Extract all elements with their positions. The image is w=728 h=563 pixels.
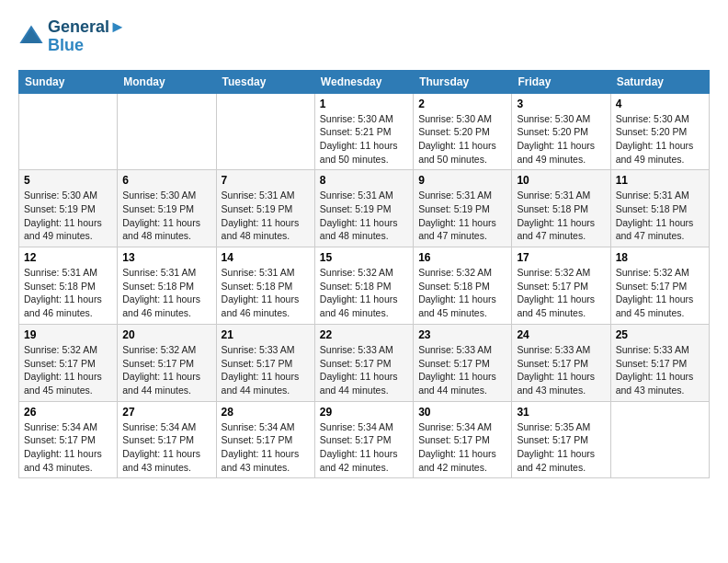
day-number: 13: [122, 251, 210, 264]
calendar-cell: 16Sunrise: 5:32 AMSunset: 5:18 PMDayligh…: [414, 247, 512, 325]
day-number: 28: [222, 406, 310, 419]
day-number: 30: [418, 406, 506, 419]
logo: General► Blue: [18, 18, 126, 55]
day-number: 14: [222, 251, 310, 264]
day-number: 24: [517, 328, 605, 341]
calendar-cell: [216, 93, 314, 170]
calendar-week-1: 1Sunrise: 5:30 AMSunset: 5:21 PMDaylight…: [19, 93, 710, 170]
calendar-cell: 15Sunrise: 5:32 AMSunset: 5:18 PMDayligh…: [314, 247, 413, 325]
day-number: 15: [320, 251, 408, 264]
day-info: Sunrise: 5:30 AMSunset: 5:19 PMDaylight:…: [24, 189, 112, 243]
logo-text: General► Blue: [48, 18, 126, 55]
day-info: Sunrise: 5:33 AMSunset: 5:17 PMDaylight:…: [222, 343, 310, 397]
day-info: Sunrise: 5:31 AMSunset: 5:18 PMDaylight:…: [122, 266, 210, 320]
calendar-cell: 18Sunrise: 5:32 AMSunset: 5:17 PMDayligh…: [610, 247, 709, 325]
calendar-cell: 19Sunrise: 5:32 AMSunset: 5:17 PMDayligh…: [19, 324, 118, 401]
day-info: Sunrise: 5:34 AMSunset: 5:17 PMDaylight:…: [122, 420, 210, 475]
calendar-week-2: 5Sunrise: 5:30 AMSunset: 5:19 PMDaylight…: [19, 170, 710, 247]
day-info: Sunrise: 5:32 AMSunset: 5:18 PMDaylight:…: [418, 266, 506, 320]
day-number: 25: [616, 328, 704, 341]
weekday-header-monday: Monday: [118, 70, 216, 93]
calendar-cell: 3Sunrise: 5:30 AMSunset: 5:20 PMDaylight…: [512, 93, 610, 170]
day-info: Sunrise: 5:34 AMSunset: 5:17 PMDaylight:…: [418, 420, 506, 475]
day-number: 21: [222, 328, 310, 341]
day-number: 16: [418, 251, 506, 264]
day-info: Sunrise: 5:31 AMSunset: 5:19 PMDaylight:…: [222, 189, 310, 243]
calendar-cell: 4Sunrise: 5:30 AMSunset: 5:20 PMDaylight…: [610, 93, 709, 170]
day-number: 17: [517, 251, 605, 264]
calendar-cell: 22Sunrise: 5:33 AMSunset: 5:17 PMDayligh…: [314, 324, 413, 401]
calendar-cell: 26Sunrise: 5:34 AMSunset: 5:17 PMDayligh…: [19, 401, 118, 478]
day-number: 29: [320, 406, 408, 419]
weekday-header-thursday: Thursday: [414, 70, 512, 93]
day-info: Sunrise: 5:30 AMSunset: 5:20 PMDaylight:…: [517, 112, 605, 167]
weekday-header-saturday: Saturday: [610, 70, 709, 93]
day-number: 7: [222, 174, 310, 187]
page-header: General► Blue: [18, 18, 710, 55]
calendar-cell: 27Sunrise: 5:34 AMSunset: 5:17 PMDayligh…: [118, 401, 216, 478]
day-info: Sunrise: 5:34 AMSunset: 5:17 PMDaylight:…: [24, 420, 112, 475]
day-info: Sunrise: 5:30 AMSunset: 5:19 PMDaylight:…: [122, 189, 210, 243]
calendar-week-4: 19Sunrise: 5:32 AMSunset: 5:17 PMDayligh…: [19, 324, 710, 401]
day-number: 3: [517, 98, 605, 110]
day-info: Sunrise: 5:33 AMSunset: 5:17 PMDaylight:…: [517, 343, 605, 397]
calendar-cell: 8Sunrise: 5:31 AMSunset: 5:19 PMDaylight…: [314, 170, 413, 247]
calendar-body: 1Sunrise: 5:30 AMSunset: 5:21 PMDaylight…: [19, 93, 710, 478]
calendar-week-5: 26Sunrise: 5:34 AMSunset: 5:17 PMDayligh…: [19, 401, 710, 478]
calendar-cell: 17Sunrise: 5:32 AMSunset: 5:17 PMDayligh…: [512, 247, 610, 325]
day-info: Sunrise: 5:34 AMSunset: 5:17 PMDaylight:…: [320, 420, 408, 475]
calendar-cell: 10Sunrise: 5:31 AMSunset: 5:18 PMDayligh…: [512, 170, 610, 247]
day-info: Sunrise: 5:32 AMSunset: 5:17 PMDaylight:…: [122, 343, 210, 397]
weekday-header-sunday: Sunday: [19, 70, 118, 93]
calendar-cell: 13Sunrise: 5:31 AMSunset: 5:18 PMDayligh…: [118, 247, 216, 325]
calendar-cell: [118, 93, 216, 170]
calendar-cell: 28Sunrise: 5:34 AMSunset: 5:17 PMDayligh…: [216, 401, 314, 478]
day-number: 22: [320, 328, 408, 341]
calendar-cell: 1Sunrise: 5:30 AMSunset: 5:21 PMDaylight…: [314, 93, 413, 170]
calendar-cell: 31Sunrise: 5:35 AMSunset: 5:17 PMDayligh…: [512, 401, 610, 478]
day-info: Sunrise: 5:30 AMSunset: 5:20 PMDaylight:…: [616, 112, 704, 167]
weekday-header-row: SundayMondayTuesdayWednesdayThursdayFrid…: [19, 70, 710, 93]
calendar-cell: 14Sunrise: 5:31 AMSunset: 5:18 PMDayligh…: [216, 247, 314, 325]
day-number: 2: [418, 98, 506, 110]
day-number: 4: [616, 98, 704, 110]
day-info: Sunrise: 5:33 AMSunset: 5:17 PMDaylight:…: [616, 343, 704, 397]
day-info: Sunrise: 5:31 AMSunset: 5:19 PMDaylight:…: [320, 189, 408, 243]
calendar-cell: 7Sunrise: 5:31 AMSunset: 5:19 PMDaylight…: [216, 170, 314, 247]
weekday-header-wednesday: Wednesday: [314, 70, 413, 93]
calendar-cell: [19, 93, 118, 170]
day-number: 5: [24, 174, 112, 187]
day-number: 26: [24, 406, 112, 419]
day-info: Sunrise: 5:32 AMSunset: 5:17 PMDaylight:…: [517, 266, 605, 320]
calendar-cell: 30Sunrise: 5:34 AMSunset: 5:17 PMDayligh…: [414, 401, 512, 478]
day-info: Sunrise: 5:30 AMSunset: 5:20 PMDaylight:…: [418, 112, 506, 167]
weekday-header-tuesday: Tuesday: [216, 70, 314, 93]
weekday-header-friday: Friday: [512, 70, 610, 93]
calendar-cell: 20Sunrise: 5:32 AMSunset: 5:17 PMDayligh…: [118, 324, 216, 401]
day-info: Sunrise: 5:31 AMSunset: 5:19 PMDaylight:…: [418, 189, 506, 243]
day-info: Sunrise: 5:32 AMSunset: 5:17 PMDaylight:…: [616, 266, 704, 320]
calendar-cell: [610, 401, 709, 478]
day-info: Sunrise: 5:32 AMSunset: 5:17 PMDaylight:…: [24, 343, 112, 397]
day-number: 27: [122, 406, 210, 419]
calendar-cell: 12Sunrise: 5:31 AMSunset: 5:18 PMDayligh…: [19, 247, 118, 325]
calendar-cell: 2Sunrise: 5:30 AMSunset: 5:20 PMDaylight…: [414, 93, 512, 170]
day-number: 12: [24, 251, 112, 264]
day-number: 18: [616, 251, 704, 264]
day-info: Sunrise: 5:33 AMSunset: 5:17 PMDaylight:…: [320, 343, 408, 397]
calendar-cell: 21Sunrise: 5:33 AMSunset: 5:17 PMDayligh…: [216, 324, 314, 401]
day-number: 31: [517, 406, 605, 419]
day-number: 8: [320, 174, 408, 187]
calendar-week-3: 12Sunrise: 5:31 AMSunset: 5:18 PMDayligh…: [19, 247, 710, 325]
calendar-cell: 9Sunrise: 5:31 AMSunset: 5:19 PMDaylight…: [414, 170, 512, 247]
day-info: Sunrise: 5:31 AMSunset: 5:18 PMDaylight:…: [24, 266, 112, 320]
calendar-cell: 24Sunrise: 5:33 AMSunset: 5:17 PMDayligh…: [512, 324, 610, 401]
calendar-cell: 11Sunrise: 5:31 AMSunset: 5:18 PMDayligh…: [610, 170, 709, 247]
day-info: Sunrise: 5:33 AMSunset: 5:17 PMDaylight:…: [418, 343, 506, 397]
day-number: 23: [418, 328, 506, 341]
calendar: SundayMondayTuesdayWednesdayThursdayFrid…: [18, 70, 710, 479]
calendar-cell: 6Sunrise: 5:30 AMSunset: 5:19 PMDaylight…: [118, 170, 216, 247]
day-number: 1: [320, 98, 408, 110]
calendar-cell: 23Sunrise: 5:33 AMSunset: 5:17 PMDayligh…: [414, 324, 512, 401]
day-info: Sunrise: 5:30 AMSunset: 5:21 PMDaylight:…: [320, 112, 408, 167]
